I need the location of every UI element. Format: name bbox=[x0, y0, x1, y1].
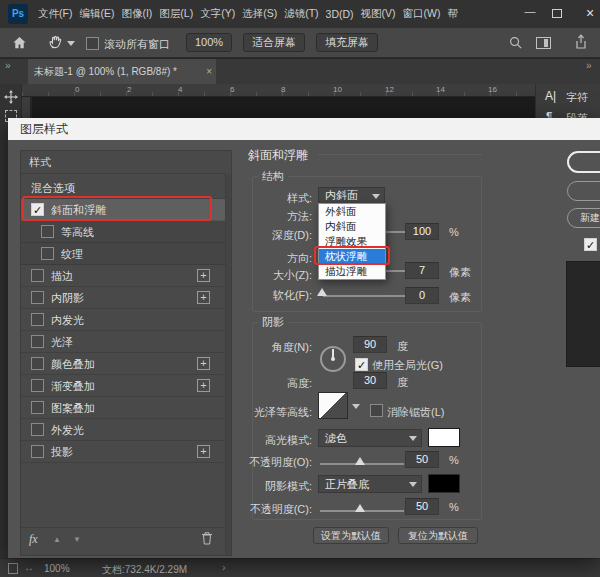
move-tool-icon[interactable] bbox=[4, 90, 18, 108]
search-icon[interactable] bbox=[508, 35, 523, 54]
inner-shadow-checkbox[interactable] bbox=[31, 291, 44, 304]
fill-screen-button[interactable]: 填充屏幕 bbox=[316, 33, 378, 52]
soften-input[interactable]: 0 bbox=[405, 287, 439, 304]
contour-checkbox[interactable] bbox=[41, 225, 54, 238]
cancel-button[interactable] bbox=[567, 181, 600, 201]
document-tab[interactable]: 未标题-1 @ 100% (1, RGB/8#) * × bbox=[28, 59, 216, 84]
menu-3d[interactable]: 3D(D) bbox=[326, 8, 354, 20]
reset-default-button[interactable]: 复位为默认值 bbox=[398, 527, 478, 544]
stroke-checkbox[interactable] bbox=[31, 269, 44, 282]
dropdown-option-stroke-emboss[interactable]: 描边浮雕 bbox=[319, 264, 385, 279]
share-icon[interactable] bbox=[574, 34, 588, 54]
color-overlay-checkbox[interactable] bbox=[31, 357, 44, 370]
style-row-outer-glow[interactable]: 外发光 bbox=[21, 419, 225, 441]
depth-input[interactable]: 100 bbox=[405, 223, 439, 240]
minimize-button[interactable]: — bbox=[518, 5, 542, 17]
tab-close-icon[interactable]: × bbox=[206, 59, 212, 84]
style-row-drop-shadow[interactable]: 投影 + bbox=[21, 441, 225, 463]
texture-checkbox[interactable] bbox=[41, 247, 54, 260]
pattern-overlay-checkbox[interactable] bbox=[31, 401, 44, 414]
preview-checkbox[interactable]: ✓ bbox=[584, 238, 597, 251]
shadow-opacity-thumb[interactable] bbox=[355, 504, 365, 512]
workspace-panel-icon[interactable] bbox=[536, 37, 551, 49]
shadow-opacity-input[interactable]: 50 bbox=[405, 498, 439, 515]
add-inner-shadow-icon[interactable]: + bbox=[197, 291, 210, 304]
highlight-mode-select[interactable]: 滤色 bbox=[318, 429, 422, 447]
panels-collapse-icon[interactable]: » bbox=[586, 60, 592, 71]
close-button[interactable]: × bbox=[582, 5, 598, 21]
hand-tool-icon[interactable] bbox=[48, 34, 64, 54]
highlight-opacity-input[interactable]: 50 bbox=[405, 451, 439, 468]
size-input[interactable]: 7 bbox=[405, 262, 439, 279]
new-style-button[interactable]: 新建样式 bbox=[567, 208, 600, 228]
altitude-input[interactable]: 30 bbox=[353, 372, 387, 389]
shadow-color-swatch[interactable] bbox=[428, 474, 460, 493]
gloss-contour-thumbnail[interactable] bbox=[318, 392, 348, 419]
style-row-color-overlay[interactable]: 颜色叠加 + bbox=[21, 353, 225, 375]
menu-help[interactable]: 帮 bbox=[448, 7, 459, 21]
hand-tool-chevron-icon[interactable] bbox=[67, 41, 75, 46]
status-expand-icon[interactable]: › bbox=[222, 561, 226, 573]
menu-edit[interactable]: 编辑(E) bbox=[79, 7, 114, 21]
add-stroke-icon[interactable]: + bbox=[197, 269, 210, 282]
style-row-label: 混合选项 bbox=[31, 181, 75, 196]
depth-unit: % bbox=[449, 226, 459, 238]
move-effect-up-icon[interactable]: ▲ bbox=[53, 535, 61, 544]
dropdown-option-outer-bevel[interactable]: 外斜面 bbox=[319, 204, 385, 219]
shadow-mode-select[interactable]: 正片叠底 bbox=[318, 475, 422, 493]
set-default-button[interactable]: 设置为默认值 bbox=[313, 527, 389, 544]
style-row-bevel-emboss[interactable]: ✓ 斜面和浮雕 bbox=[21, 199, 225, 221]
scroll-all-windows-checkbox[interactable] bbox=[86, 37, 99, 50]
style-select[interactable]: 内斜面 bbox=[318, 187, 385, 204]
soften-slider[interactable] bbox=[323, 295, 405, 297]
style-row-inner-glow[interactable]: 内发光 bbox=[21, 309, 225, 331]
style-row-satin[interactable]: 光泽 bbox=[21, 331, 225, 353]
drop-shadow-checkbox[interactable] bbox=[31, 445, 44, 458]
style-row-label: 颜色叠加 bbox=[51, 357, 95, 372]
tools-collapse-icon[interactable]: » bbox=[5, 60, 11, 71]
soften-slider-thumb[interactable] bbox=[317, 288, 327, 296]
delete-effect-icon[interactable] bbox=[201, 531, 213, 549]
gradient-overlay-checkbox[interactable] bbox=[31, 379, 44, 392]
menu-view[interactable]: 视图(V) bbox=[361, 7, 396, 21]
angle-dial[interactable] bbox=[320, 346, 346, 372]
dropdown-option-inner-bevel[interactable]: 内斜面 bbox=[319, 219, 385, 234]
menu-filter[interactable]: 滤镜(T) bbox=[284, 7, 318, 21]
style-row-blending-options[interactable]: 混合选项 bbox=[21, 177, 225, 199]
add-gradient-overlay-icon[interactable]: + bbox=[197, 379, 210, 392]
maximize-button[interactable] bbox=[552, 9, 562, 18]
zoom-100-button[interactable]: 100% bbox=[186, 33, 232, 52]
menu-file[interactable]: 文件(F) bbox=[38, 7, 72, 21]
menu-layer[interactable]: 图层(L) bbox=[159, 7, 193, 21]
satin-checkbox[interactable] bbox=[31, 335, 44, 348]
menu-type[interactable]: 文字(Y) bbox=[200, 7, 235, 21]
style-select-chevron-icon bbox=[372, 194, 380, 199]
status-zoom-field[interactable]: 100% bbox=[44, 563, 70, 574]
inner-glow-checkbox[interactable] bbox=[31, 313, 44, 326]
style-row-stroke[interactable]: 描边 + bbox=[21, 265, 225, 287]
style-row-inner-shadow[interactable]: 内阴影 + bbox=[21, 287, 225, 309]
gloss-contour-chevron-icon[interactable] bbox=[352, 404, 360, 409]
style-row-contour[interactable]: 等高线 bbox=[21, 221, 225, 243]
move-effect-down-icon[interactable]: ▼ bbox=[73, 535, 81, 544]
fit-screen-button[interactable]: 适合屏幕 bbox=[243, 33, 305, 52]
menu-select[interactable]: 选择(S) bbox=[242, 7, 277, 21]
home-icon[interactable] bbox=[12, 35, 27, 54]
style-row-pattern-overlay[interactable]: 图案叠加 bbox=[21, 397, 225, 419]
highlight-opacity-thumb[interactable] bbox=[355, 457, 365, 465]
dropdown-option-pillow-emboss[interactable]: 枕状浮雕 bbox=[319, 249, 385, 264]
bevel-emboss-checkbox[interactable]: ✓ bbox=[31, 203, 44, 216]
menu-window[interactable]: 窗口(W) bbox=[403, 7, 441, 21]
outer-glow-checkbox[interactable] bbox=[31, 423, 44, 436]
fx-button[interactable]: fx bbox=[29, 532, 38, 547]
global-light-checkbox[interactable]: ✓ bbox=[355, 358, 368, 371]
angle-input[interactable]: 90 bbox=[353, 336, 387, 353]
highlight-color-swatch[interactable] bbox=[428, 428, 460, 447]
style-row-texture[interactable]: 纹理 bbox=[21, 243, 225, 265]
menu-image[interactable]: 图像(I) bbox=[121, 7, 152, 21]
ok-button[interactable] bbox=[567, 151, 600, 173]
add-color-overlay-icon[interactable]: + bbox=[197, 357, 210, 370]
style-row-gradient-overlay[interactable]: 渐变叠加 + bbox=[21, 375, 225, 397]
dropdown-option-emboss[interactable]: 浮雕效果 bbox=[319, 234, 385, 249]
anti-alias-checkbox[interactable] bbox=[370, 404, 383, 417]
